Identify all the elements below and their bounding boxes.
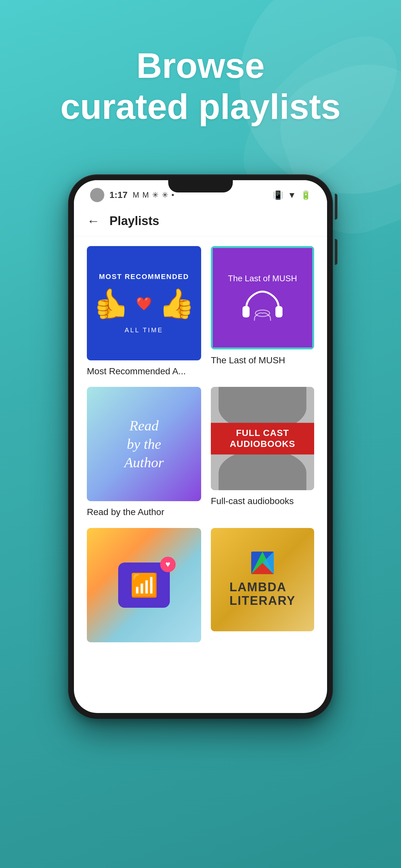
vibrate-icon: 📳 xyxy=(273,190,283,200)
phone-inner: 1:17 M M ✳ ✳ • 📳 ▼ 🔋 xyxy=(74,180,327,713)
mail-icon-2: M xyxy=(143,190,149,199)
playlist-cover-most-recommended: MOST RECOMMENDED 👍 ❤️ 👍 ALL TIME xyxy=(87,246,201,361)
phone-notch xyxy=(168,180,233,192)
top-bar: ← Playlists xyxy=(74,206,327,237)
svg-rect-1 xyxy=(275,306,282,317)
status-left: 1:17 M M ✳ ✳ • xyxy=(90,188,174,202)
cover-art-lambda: LAMBDA LITERARY xyxy=(211,528,314,631)
playlist-label: The Last of MUSH xyxy=(211,354,314,366)
lambda-square-icon xyxy=(251,552,274,574)
wifi-icon: ▼ xyxy=(288,190,296,200)
fullcast-banner: FULL CASTAUDIOBOOKS xyxy=(211,423,314,454)
podcast-box: ♥ 📶 xyxy=(118,562,170,608)
cover-art-mush: The Last of MUSH xyxy=(211,246,314,349)
dot-indicator: • xyxy=(172,190,174,199)
playlist-label: Full-cast audiobooks xyxy=(211,495,314,507)
playlist-cover-podcast: ♥ 📶 xyxy=(87,528,201,642)
cover-arc-text: MOST RECOMMENDED xyxy=(99,273,189,281)
wifi-waves-icon: 📶 xyxy=(130,572,158,598)
back-button[interactable]: ← xyxy=(87,214,100,228)
podcast-heart-icon: ♥ xyxy=(160,557,176,572)
playlist-cover-fullcast: FULL CASTAUDIOBOOKS xyxy=(211,387,314,490)
status-right: 📳 ▼ 🔋 xyxy=(273,190,311,200)
all-time-text: ALL TIME xyxy=(125,327,163,334)
cover-art-podcast: ♥ 📶 xyxy=(87,528,201,642)
thumbs-container: 👍 ❤️ 👍 xyxy=(93,287,195,321)
status-time: 1:17 xyxy=(110,190,127,200)
playlist-item-podcast[interactable]: ♥ 📶 xyxy=(87,528,201,647)
avatar xyxy=(90,188,104,202)
thumbs-up-left-icon: 👍 xyxy=(93,287,129,321)
playlist-label: Most Recommended A... xyxy=(87,366,201,377)
heart-icon: ❤️ xyxy=(136,296,152,311)
svg-rect-0 xyxy=(243,306,250,317)
mail-icon: M xyxy=(133,190,139,199)
headline: Browse curated playlists xyxy=(0,45,401,127)
playlist-item-most-recommended[interactable]: MOST RECOMMENDED 👍 ❤️ 👍 ALL TIME Most Re… xyxy=(87,246,201,377)
phone-frame: 1:17 M M ✳ ✳ • 📳 ▼ 🔋 xyxy=(68,175,333,719)
app-icon-2: ✳ xyxy=(162,190,168,199)
playlist-label: Read by the Author xyxy=(87,506,201,518)
page-title: Playlists xyxy=(110,214,159,228)
playlist-item-lambda[interactable]: LAMBDA LITERARY xyxy=(211,528,314,647)
playlist-cover-read-author: Readby theAuthor xyxy=(87,387,201,501)
status-icons: M M ✳ ✳ • xyxy=(133,190,174,199)
playlist-item-read-author[interactable]: Readby theAuthor Read by the Author xyxy=(87,387,201,518)
mush-title-text: The Last of MUSH xyxy=(228,274,297,283)
phone-outer: 1:17 M M ✳ ✳ • 📳 ▼ 🔋 xyxy=(68,175,333,719)
cover-art-read-author: Readby theAuthor xyxy=(87,387,201,501)
headline-text: Browse curated playlists xyxy=(0,45,401,127)
headphones-icon xyxy=(240,290,285,322)
playlist-item-mush[interactable]: The Last of MUSH xyxy=(211,246,314,377)
playlist-cover-lambda: LAMBDA LITERARY xyxy=(211,528,314,631)
playlist-grid: MOST RECOMMENDED 👍 ❤️ 👍 ALL TIME Most Re… xyxy=(74,237,327,657)
cover-art-most-recommended: MOST RECOMMENDED 👍 ❤️ 👍 ALL TIME xyxy=(87,246,201,361)
fullcast-text: FULL CASTAUDIOBOOKS xyxy=(212,428,313,450)
read-author-text: Readby theAuthor xyxy=(118,410,170,478)
lambda-name: LAMBDA LITERARY xyxy=(229,581,296,608)
phone-screen: 1:17 M M ✳ ✳ • 📳 ▼ 🔋 xyxy=(74,180,327,713)
lambda-logo xyxy=(251,552,274,574)
cover-art-fullcast: FULL CASTAUDIOBOOKS xyxy=(211,387,314,490)
app-icon-1: ✳ xyxy=(152,190,158,199)
mouth-bottom-inner xyxy=(219,449,306,490)
thumbs-up-right-icon: 👍 xyxy=(158,287,195,321)
battery-icon: 🔋 xyxy=(301,190,311,200)
playlist-item-fullcast[interactable]: FULL CASTAUDIOBOOKS Full-cast audiobooks xyxy=(211,387,314,518)
playlist-cover-mush: The Last of MUSH xyxy=(211,246,314,349)
